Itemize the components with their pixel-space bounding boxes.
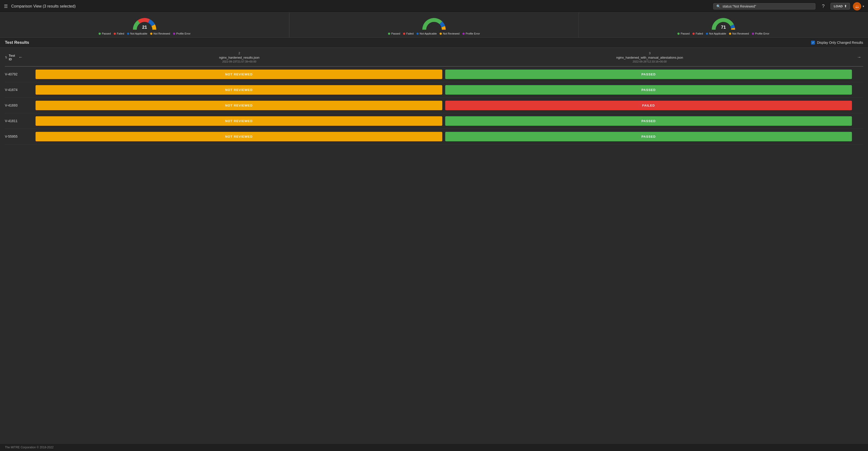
sort-icon[interactable]: ⇅ xyxy=(5,56,7,59)
table-row[interactable]: V-41693 NOT REVIEWED FAILED xyxy=(5,98,863,114)
legend-label: Profile Error xyxy=(176,32,191,35)
legend-item: Profile Error xyxy=(752,32,769,35)
status-badge: PASSED xyxy=(445,116,852,126)
hamburger-icon[interactable]: ☰ xyxy=(4,4,8,9)
nav-right-button[interactable]: → xyxy=(855,55,863,60)
chart-card-0: 21 Passed Failed Not Applicable Not Revi… xyxy=(0,13,289,37)
legend-label: Not Applicable xyxy=(130,32,147,35)
result-cell-2: NOT REVIEWED xyxy=(34,101,444,110)
chart-card-2: 71 Passed Failed Not Applicable Not Revi… xyxy=(579,13,868,37)
legend-label: Not Applicable xyxy=(420,32,437,35)
legend-item: Profile Error xyxy=(463,32,480,35)
display-changed-toggle[interactable]: ✓ Display Only Changed Results xyxy=(811,41,863,44)
legend-dot xyxy=(416,33,418,35)
legend-item: Failed xyxy=(692,32,703,35)
legend-dot xyxy=(752,33,754,35)
status-badge: PASSED xyxy=(445,70,852,79)
legend-dot xyxy=(729,33,731,35)
test-id-cell: V-41693 xyxy=(5,103,34,107)
chart-card-1: Passed Failed Not Applicable Not Reviewe… xyxy=(289,13,579,37)
legend-dot xyxy=(463,33,465,35)
legend-label: Not Reviewed xyxy=(443,32,459,35)
legend-label: Failed xyxy=(696,32,703,35)
user-avatar[interactable]: 🦊 xyxy=(853,2,861,10)
legend-dot xyxy=(173,33,175,35)
chart-svg-0: 21 xyxy=(130,15,159,32)
legend-dot xyxy=(706,33,708,35)
result-cell-3: PASSED xyxy=(444,116,854,126)
test-id-cell: V-41811 xyxy=(5,119,34,123)
search-icon: 🔍 xyxy=(716,4,720,8)
legend-label: Not Reviewed xyxy=(153,32,170,35)
search-input[interactable] xyxy=(722,4,812,8)
chart-legend-1: Passed Failed Not Applicable Not Reviewe… xyxy=(388,32,480,35)
chart-legend-2: Passed Failed Not Applicable Not Reviewe… xyxy=(677,32,769,35)
chart-svg-1 xyxy=(420,15,448,32)
legend-dot xyxy=(440,33,442,35)
svg-text:71: 71 xyxy=(721,25,726,30)
legend-dot xyxy=(114,33,116,35)
table-row[interactable]: V-40792 NOT REVIEWED PASSED xyxy=(5,67,863,82)
legend-dot xyxy=(677,33,680,35)
col-test-id-header: ⇅ TestID ← xyxy=(5,54,34,61)
upload-icon: ⬆ xyxy=(844,4,847,8)
status-badge: NOT REVIEWED xyxy=(35,101,442,110)
results-section: Test Results ✓ Display Only Changed Resu… xyxy=(0,38,868,444)
test-id-cell: V-55955 xyxy=(5,134,34,138)
legend-label: Profile Error xyxy=(466,32,480,35)
table-row[interactable]: V-41811 NOT REVIEWED PASSED xyxy=(5,114,863,129)
legend-label: Passed xyxy=(102,32,111,35)
legend-dot xyxy=(388,33,390,35)
user-dropdown-arrow[interactable]: ▾ xyxy=(863,5,864,8)
nav-left-button[interactable]: ← xyxy=(17,55,25,60)
legend-item: Passed xyxy=(677,32,689,35)
status-badge: NOT REVIEWED xyxy=(35,132,442,141)
chart-legend-0: Passed Failed Not Applicable Not Reviewe… xyxy=(99,32,190,35)
legend-label: Not Applicable xyxy=(709,32,726,35)
result-cell-3: PASSED xyxy=(444,132,854,141)
col3-header: 3 nginx_hardened_with_manual_attestation… xyxy=(444,50,855,65)
legend-item: Not Reviewed xyxy=(729,32,749,35)
table-row[interactable]: V-55955 NOT REVIEWED PASSED xyxy=(5,129,863,144)
legend-dot xyxy=(692,33,695,35)
legend-item: Not Applicable xyxy=(416,32,437,35)
results-header: Test Results ✓ Display Only Changed Resu… xyxy=(0,38,868,48)
status-badge: PASSED xyxy=(445,132,852,141)
legend-item: Passed xyxy=(99,32,111,35)
app-title: Comparison View (3 results selected) xyxy=(11,4,76,8)
footer: The MITRE Corporation © 2018-2022 xyxy=(0,444,868,451)
status-badge: FAILED xyxy=(445,101,852,110)
legend-label: Failed xyxy=(406,32,413,35)
test-id-cell: V-40792 xyxy=(5,72,34,76)
table-row[interactable]: V-41674 NOT REVIEWED PASSED xyxy=(5,82,863,98)
legend-item: Passed xyxy=(388,32,400,35)
svg-text:21: 21 xyxy=(142,25,147,30)
results-title: Test Results xyxy=(5,40,29,45)
legend-label: Profile Error xyxy=(755,32,769,35)
table-header-row: ⇅ TestID ← 2 nginx_hardened_results.json… xyxy=(5,48,863,67)
result-cell-2: NOT REVIEWED xyxy=(34,85,444,95)
legend-dot xyxy=(99,33,101,35)
display-changed-checkbox[interactable]: ✓ xyxy=(811,41,815,44)
legend-item: Failed xyxy=(114,32,124,35)
top-bar: ☰ Comparison View (3 results selected) 🔍… xyxy=(0,0,868,13)
result-cell-2: NOT REVIEWED xyxy=(34,116,444,126)
search-bar: 🔍 xyxy=(713,3,815,9)
help-button[interactable]: ? xyxy=(819,2,827,10)
test-id-cell: V-41674 xyxy=(5,88,34,92)
legend-item: Not Reviewed xyxy=(150,32,170,35)
status-badge: PASSED xyxy=(445,85,852,95)
legend-dot xyxy=(150,33,152,35)
status-badge: NOT REVIEWED xyxy=(35,116,442,126)
legend-label: Passed xyxy=(391,32,400,35)
load-button[interactable]: LOAD ⬆ xyxy=(831,3,850,9)
result-cell-2: NOT REVIEWED xyxy=(34,132,444,141)
charts-area: 21 Passed Failed Not Applicable Not Revi… xyxy=(0,13,868,38)
svg-text:🦊: 🦊 xyxy=(855,4,859,8)
data-rows: V-40792 NOT REVIEWED PASSED V-41674 NOT … xyxy=(5,67,863,144)
result-cell-3: FAILED xyxy=(444,101,854,110)
status-badge: NOT REVIEWED xyxy=(35,70,442,79)
result-cell-3: PASSED xyxy=(444,70,854,79)
result-cell-2: NOT REVIEWED xyxy=(34,70,444,79)
col2-header: 2 nginx_hardened_results.json 2022-09-23… xyxy=(34,50,444,65)
